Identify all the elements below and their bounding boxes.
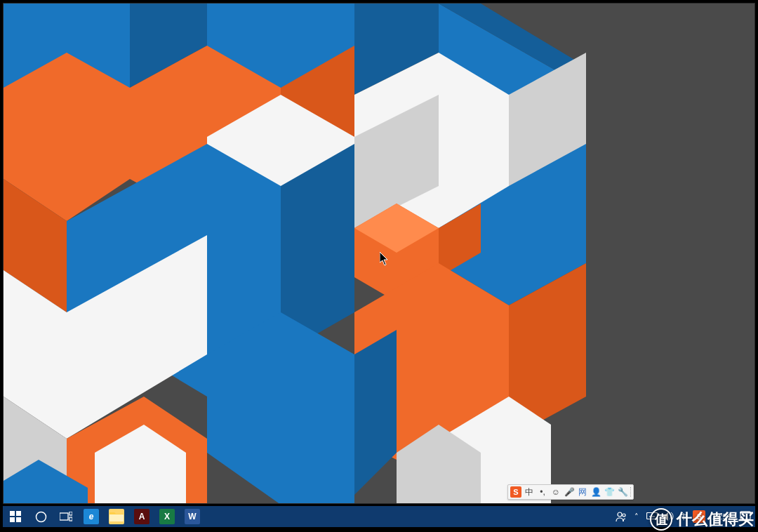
- word-app[interactable]: W: [180, 506, 205, 527]
- ime-toolbar[interactable]: S 中 •, ☺ 🎤 网 👤 👕 🔧: [507, 484, 634, 500]
- sogou-logo-icon[interactable]: S: [510, 486, 521, 498]
- svg-point-40: [623, 514, 625, 517]
- edge-icon: e: [84, 509, 99, 524]
- ime-skin-button[interactable]: 👕: [604, 486, 615, 498]
- watermark: 值 什么值得买: [650, 508, 754, 531]
- acrobat-icon: A: [134, 509, 149, 524]
- taskbar[interactable]: e A X W ˄ 中 S 12:51: [3, 506, 755, 527]
- svg-rect-30: [10, 511, 15, 516]
- wallpaper-cubes: [4, 4, 754, 503]
- svg-point-34: [36, 512, 46, 521]
- svg-rect-32: [10, 517, 15, 522]
- excel-app[interactable]: X: [154, 506, 180, 527]
- folder-icon: [109, 509, 124, 524]
- ime-punct-toggle[interactable]: •,: [537, 486, 548, 498]
- ime-tools-button[interactable]: 🔧: [617, 486, 628, 498]
- taskview-icon: [60, 512, 72, 521]
- svg-point-39: [618, 512, 622, 517]
- people-button[interactable]: [613, 506, 630, 527]
- windows-icon: [10, 511, 21, 522]
- svg-rect-35: [60, 513, 68, 520]
- ime-voice-button[interactable]: 🎤: [564, 486, 575, 498]
- ime-net-button[interactable]: 网: [577, 486, 588, 498]
- tray-chevron[interactable]: ˄: [630, 506, 644, 527]
- desktop[interactable]: S 中 •, ☺ 🎤 网 👤 👕 🔧: [3, 3, 755, 504]
- people-icon: [616, 511, 627, 522]
- ime-emoji-button[interactable]: ☺: [550, 486, 561, 498]
- watermark-badge: 值: [650, 508, 672, 531]
- start-button[interactable]: [3, 506, 28, 527]
- watermark-text: 什么值得买: [677, 509, 754, 530]
- svg-marker-22: [354, 330, 397, 495]
- cortana-button[interactable]: [28, 506, 53, 527]
- edge-app[interactable]: e: [79, 506, 104, 527]
- svg-rect-38: [109, 514, 124, 521]
- svg-rect-31: [16, 511, 21, 516]
- ime-lang-toggle[interactable]: 中: [524, 486, 535, 498]
- ime-user-button[interactable]: 👤: [590, 486, 601, 498]
- ime-separator: [630, 487, 631, 497]
- svg-rect-33: [16, 517, 21, 522]
- excel-icon: X: [159, 509, 175, 524]
- svg-rect-36: [69, 512, 72, 515]
- file-explorer-app[interactable]: [104, 506, 129, 527]
- svg-rect-37: [69, 517, 72, 521]
- circle-icon: [35, 511, 47, 523]
- taskview-button[interactable]: [53, 506, 79, 527]
- acrobat-app[interactable]: A: [129, 506, 154, 527]
- word-icon: W: [185, 509, 200, 524]
